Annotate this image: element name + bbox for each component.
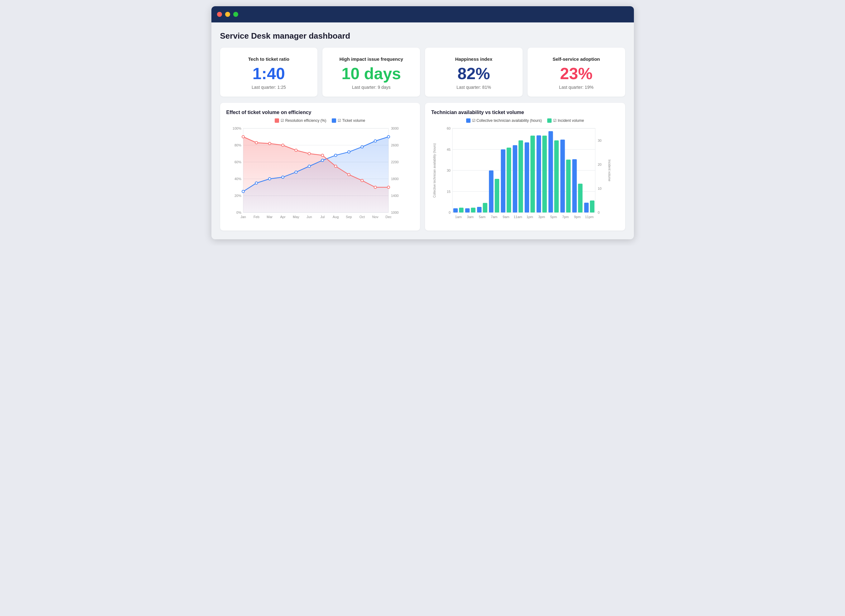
chart1-title: Effect of ticket volume on efficiency bbox=[226, 110, 414, 115]
res-dot-9 bbox=[361, 179, 363, 182]
chart2-y-right-1: 10 bbox=[598, 187, 601, 191]
close-button[interactable] bbox=[217, 12, 222, 17]
y-right-label-5: 3000 bbox=[391, 126, 398, 130]
x-label-11: Dec bbox=[385, 215, 392, 219]
x-label-7: Aug bbox=[332, 215, 339, 219]
incident-bar-11 bbox=[590, 200, 595, 213]
y-right-label-4: 2600 bbox=[391, 143, 398, 147]
incident-bar-1 bbox=[471, 208, 476, 213]
incident-bar-5 bbox=[519, 141, 523, 213]
avail-bar-5 bbox=[513, 145, 517, 213]
kpi-label-1: High impact issue frequency bbox=[339, 56, 403, 62]
chart2-x-label-10: 9pm bbox=[574, 215, 580, 219]
chart2-x-label-4: 9am bbox=[503, 215, 509, 219]
tick-dot-11 bbox=[387, 135, 390, 138]
chart2-y-left-4: 60 bbox=[447, 126, 451, 130]
chart2-y-right-2: 20 bbox=[598, 163, 601, 166]
kpi-sub-1: Last quarter: 9 days bbox=[352, 85, 391, 90]
app-window: Service Desk manager dashboard Tech to t… bbox=[212, 6, 634, 239]
chart2-x-label-6: 1pm bbox=[526, 215, 533, 219]
chart-efficiency: Effect of ticket volume on efficiency ☑ … bbox=[220, 103, 420, 230]
kpi-card-2: Happiness index 82% Last quarter: 81% bbox=[425, 48, 523, 97]
chart2-legend-label-1: ☑ Incident volume bbox=[553, 119, 584, 123]
x-label-9: Oct bbox=[359, 215, 364, 219]
charts-row: Effect of ticket volume on efficiency ☑ … bbox=[220, 103, 625, 230]
res-dot-3 bbox=[282, 144, 284, 147]
titlebar bbox=[212, 6, 634, 22]
res-dot-5 bbox=[308, 153, 310, 155]
kpi-card-0: Tech to ticket ratio 1:40 Last quarter: … bbox=[220, 48, 318, 97]
chart2-legend-item-0: ☑ Collective technician availability (ho… bbox=[466, 119, 542, 123]
chart2-y-right-0: 0 bbox=[598, 211, 600, 214]
chart2-legend-box-0 bbox=[466, 119, 470, 123]
kpi-card-1: High impact issue frequency 10 days Last… bbox=[322, 48, 420, 97]
y-right-label-2: 1800 bbox=[391, 177, 398, 181]
tick-dot-8 bbox=[347, 151, 350, 153]
main-content: Service Desk manager dashboard Tech to t… bbox=[212, 22, 634, 239]
incident-bar-9 bbox=[566, 160, 571, 213]
res-dot-8 bbox=[347, 173, 350, 176]
chart2-x-label-1: 3am bbox=[467, 215, 474, 219]
y-right-label-0: 1000 bbox=[391, 211, 398, 214]
kpi-sub-2: Last quarter: 81% bbox=[457, 85, 491, 90]
avail-bar-7 bbox=[536, 135, 541, 213]
chart2-x-label-9: 7pm bbox=[562, 215, 569, 219]
tick-dot-6 bbox=[321, 159, 324, 162]
chart2-y-left-2: 30 bbox=[447, 169, 451, 172]
kpi-row: Tech to ticket ratio 1:40 Last quarter: … bbox=[220, 48, 625, 97]
kpi-label-2: Happiness index bbox=[455, 56, 492, 62]
x-label-1: Feb bbox=[253, 215, 259, 219]
chart1-legend-item-1: ☑ Ticket volume bbox=[332, 119, 365, 123]
chart2-x-label-3: 7am bbox=[491, 215, 497, 219]
chart1-area: 0%20%40%60%80%100% 100014001800220026003… bbox=[226, 125, 414, 225]
x-label-10: Nov bbox=[372, 215, 378, 219]
x-label-4: May bbox=[293, 215, 299, 219]
chart2-x-label-2: 5am bbox=[479, 215, 485, 219]
y-left-label-1: 20% bbox=[234, 194, 241, 198]
incident-bar-3 bbox=[495, 179, 500, 213]
chart2-title: Technician availability vs ticket volume bbox=[431, 110, 619, 115]
chart2-x-label-11: 11pm bbox=[585, 215, 594, 219]
chart-availability: Technician availability vs ticket volume… bbox=[425, 103, 625, 230]
chart1-legend-label-0: ☑ Resolution efficiency (%) bbox=[281, 119, 326, 123]
avail-bar-6 bbox=[525, 142, 529, 213]
res-dot-7 bbox=[334, 165, 337, 168]
chart2-x-label-0: 1am bbox=[455, 215, 461, 219]
kpi-card-3: Self-service adoption 23% Last quarter: … bbox=[528, 48, 625, 97]
page-title: Service Desk manager dashboard bbox=[220, 31, 625, 41]
chart1-legend-label-1: ☑ Ticket volume bbox=[338, 119, 365, 123]
res-dot-11 bbox=[387, 186, 390, 189]
res-dot-6 bbox=[321, 154, 324, 156]
tick-dot-10 bbox=[374, 140, 376, 142]
avail-bar-1 bbox=[465, 208, 470, 213]
res-dot-1 bbox=[255, 141, 257, 144]
kpi-value-2: 82% bbox=[457, 65, 490, 82]
chart2-area: 015304560 0102030 1am3am5am7am9am11am1pm… bbox=[431, 125, 619, 225]
kpi-value-3: 23% bbox=[560, 65, 592, 82]
x-label-0: Jan bbox=[240, 215, 246, 219]
kpi-value-0: 1:40 bbox=[253, 65, 285, 82]
chart2-y-axis-right-label: Incident volume bbox=[608, 160, 611, 181]
chart2-legend-box-1 bbox=[547, 119, 552, 123]
incident-bar-8 bbox=[554, 141, 559, 213]
avail-bar-8 bbox=[548, 131, 553, 213]
avail-bar-11 bbox=[584, 203, 589, 213]
chart2-x-label-5: 11am bbox=[514, 215, 522, 219]
tick-dot-7 bbox=[334, 154, 337, 156]
res-dot-2 bbox=[268, 142, 270, 145]
chart2-y-left-1: 15 bbox=[447, 190, 451, 194]
chart1-legend-box-0 bbox=[275, 119, 279, 123]
res-dot-10 bbox=[374, 186, 376, 189]
kpi-value-1: 10 days bbox=[341, 65, 401, 82]
minimize-button[interactable] bbox=[225, 12, 230, 17]
x-label-5: Jun bbox=[306, 215, 312, 219]
chart1-legend: ☑ Resolution efficiency (%)☑ Ticket volu… bbox=[226, 119, 414, 123]
chart2-legend: ☑ Collective technician availability (ho… bbox=[431, 119, 619, 123]
maximize-button[interactable] bbox=[233, 12, 238, 17]
tick-dot-3 bbox=[282, 176, 284, 179]
y-left-label-2: 40% bbox=[234, 177, 241, 181]
chart2-x-label-8: 5pm bbox=[550, 215, 557, 219]
chart1-legend-box-1 bbox=[332, 119, 336, 123]
res-dot-4 bbox=[295, 149, 297, 151]
tick-dot-9 bbox=[361, 145, 363, 148]
